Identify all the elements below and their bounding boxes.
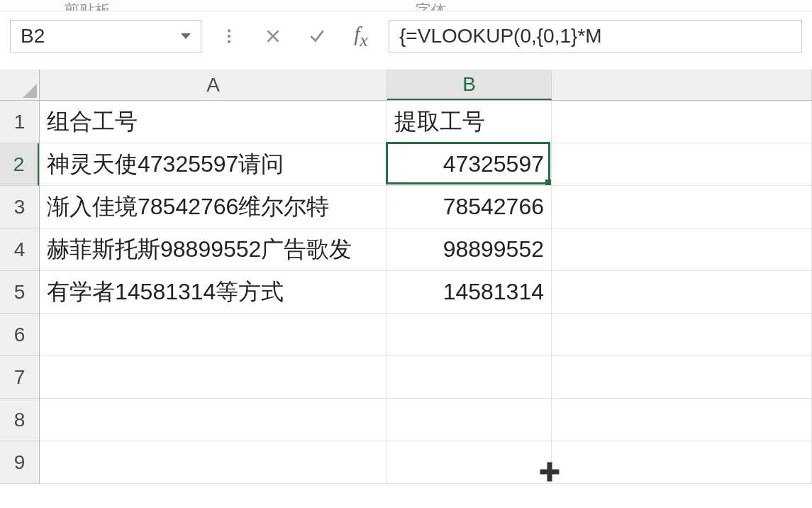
row-header-4[interactable]: 4	[0, 228, 39, 271]
table-row: 有学者14581314等方式14581314	[40, 271, 812, 314]
cell-B3[interactable]: 78542766	[387, 186, 552, 228]
table-row	[40, 356, 812, 399]
cell-A5[interactable]: 有学者14581314等方式	[40, 271, 387, 314]
table-row: 组合工号提取工号	[40, 101, 812, 143]
table-row	[40, 399, 812, 441]
cell-C2[interactable]	[552, 143, 812, 186]
column-header-C[interactable]	[552, 70, 812, 100]
name-box[interactable]: B2	[10, 20, 201, 53]
x-icon	[264, 27, 282, 45]
row-header-1[interactable]: 1	[0, 101, 39, 143]
name-box-dropdown-icon[interactable]	[181, 33, 191, 39]
cell-A7[interactable]	[40, 356, 387, 399]
cell-A2[interactable]: 神灵天使47325597请问	[40, 143, 387, 186]
row-header-9[interactable]: 9	[0, 441, 39, 484]
cell-C8[interactable]	[552, 399, 812, 441]
fx-icon: fx	[354, 22, 367, 50]
row-header-8[interactable]: 8	[0, 399, 39, 441]
cell-C9[interactable]	[552, 441, 812, 484]
column-headers: AB	[40, 70, 812, 101]
cell-A1[interactable]: 组合工号	[40, 101, 387, 143]
cell-C6[interactable]	[552, 314, 812, 356]
cell-C5[interactable]	[552, 271, 812, 314]
cell-B8[interactable]	[387, 399, 552, 441]
cell-A8[interactable]	[40, 399, 387, 441]
cell-B7[interactable]	[387, 356, 552, 399]
cell-B5[interactable]: 14581314	[387, 271, 552, 314]
name-box-value: B2	[21, 25, 45, 48]
cell-A9[interactable]	[40, 441, 387, 484]
formula-text: {=VLOOKUP(0,{0,1}*M	[399, 25, 602, 48]
check-icon	[308, 27, 326, 45]
cell-grid: 组合工号提取工号神灵天使47325597请问47325597渐入佳境785427…	[40, 101, 812, 484]
cell-B4[interactable]: 98899552	[387, 228, 552, 271]
select-all-corner[interactable]	[0, 70, 40, 101]
cell-C7[interactable]	[552, 356, 812, 399]
svg-point-2	[228, 40, 230, 43]
column-header-A[interactable]: A	[40, 70, 387, 100]
row-header-6[interactable]: 6	[0, 314, 39, 356]
insert-function-button[interactable]: fx	[345, 20, 377, 53]
svg-point-0	[228, 29, 230, 32]
table-row	[40, 314, 812, 356]
formula-input[interactable]: {=VLOOKUP(0,{0,1}*M	[389, 20, 802, 53]
cell-A3[interactable]: 渐入佳境78542766维尔尔特	[40, 186, 387, 228]
row-header-5[interactable]: 5	[0, 271, 39, 314]
cell-B6[interactable]	[387, 314, 552, 356]
enter-formula-button[interactable]	[301, 20, 333, 53]
row-headers: 123456789	[0, 101, 40, 484]
column-header-B[interactable]: B	[387, 70, 552, 100]
cell-C1[interactable]	[552, 101, 812, 143]
table-row	[40, 441, 812, 484]
cell-C4[interactable]	[552, 228, 812, 271]
formula-bar: B2 fx {=VLOOKUP(0,{0,1}*M	[0, 11, 812, 61]
cell-B2[interactable]: 47325597	[387, 143, 552, 186]
row-header-2[interactable]: 2	[0, 143, 39, 186]
table-row: 赫菲斯托斯98899552广告歌发98899552	[40, 228, 812, 271]
svg-point-1	[228, 35, 230, 38]
ribbon-group-clipboard: 剪贴板	[64, 0, 111, 11]
cell-C3[interactable]	[552, 186, 812, 228]
dots-vertical-icon	[220, 27, 238, 45]
ribbon-area: 剪贴板 字体	[0, 0, 812, 11]
cell-B1[interactable]: 提取工号	[387, 101, 552, 143]
row-header-3[interactable]: 3	[0, 186, 39, 228]
formula-expand-button[interactable]	[213, 20, 245, 53]
ribbon-group-font: 字体	[416, 0, 447, 11]
cell-B9[interactable]	[387, 441, 552, 484]
cell-A4[interactable]: 赫菲斯托斯98899552广告歌发	[40, 228, 387, 271]
table-row: 神灵天使47325597请问47325597	[40, 143, 812, 186]
cell-A6[interactable]	[40, 314, 387, 356]
table-row: 渐入佳境78542766维尔尔特78542766	[40, 186, 812, 228]
cancel-formula-button[interactable]	[257, 20, 289, 53]
row-header-7[interactable]: 7	[0, 356, 39, 399]
